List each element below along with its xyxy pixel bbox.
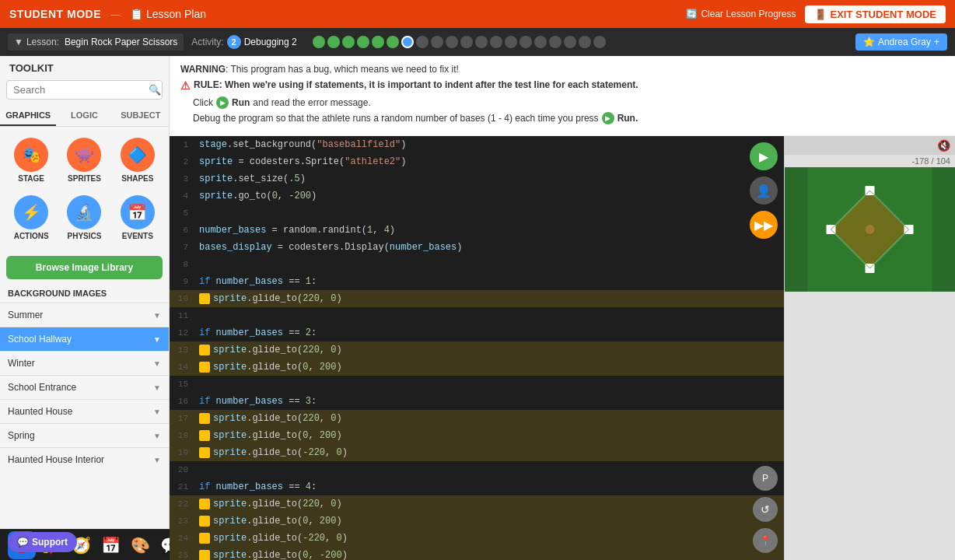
user-icon: ⭐ — [863, 37, 875, 47]
code-line-3: 3 sprite.set_size(.5) — [170, 170, 784, 187]
user-chevron: + — [934, 37, 939, 47]
indent-marker — [199, 499, 210, 509]
progress-dot-18 — [564, 36, 576, 48]
clear-icon: 🔄 — [686, 9, 698, 19]
run-button[interactable]: ▶ — [750, 142, 778, 170]
instructions-panel: WARNING: This program has a bug, which m… — [170, 56, 955, 136]
progress-dot-20 — [593, 36, 606, 48]
indent-marker — [199, 293, 210, 304]
code-line-18: 18 sprite.glide_to(0, 200) — [170, 427, 784, 444]
physics-icon: 🔬 — [67, 195, 101, 229]
toolkit-physics[interactable]: 🔬 PHYSICS — [59, 191, 109, 245]
pin-button[interactable]: 📍 — [753, 528, 778, 553]
code-line-13: 13 sprite.glide_to(220, 0) — [170, 341, 784, 359]
sidebar: TOOLKIT 🔍 GRAPHICS LOGIC SUBJECT 🎭 STAGE… — [0, 56, 170, 529]
stage-label: STAGE — [18, 174, 44, 183]
bg-item-haunted-house[interactable]: Haunted House▼ — [0, 399, 169, 423]
search-bar[interactable]: 🔍 — [6, 80, 163, 100]
indent-marker — [199, 362, 210, 373]
events-label: EVENTS — [122, 232, 153, 240]
toolkit-header: TOOLKIT — [0, 56, 169, 80]
dock-calendar[interactable]: 📅 — [96, 531, 124, 559]
progress-dot-14 — [505, 36, 517, 48]
search-icon[interactable]: 🔍 — [149, 84, 161, 96]
top-bar-sep: — — [110, 9, 121, 20]
rule-text: ⚠ RULE: When we're using if statements, … — [180, 79, 944, 92]
progress-dot-10 — [446, 36, 458, 48]
clear-progress-button[interactable]: 🔄 Clear Lesson Progress — [686, 9, 796, 19]
tab-logic[interactable]: LOGIC — [56, 106, 112, 126]
code-line-11: 11 — [170, 307, 784, 324]
bg-item-haunted-interior[interactable]: Haunted House Interior▼ — [0, 447, 169, 471]
indent-marker — [199, 533, 210, 544]
sprites-label: SPRITES — [68, 174, 101, 183]
progress-dot-6 — [387, 36, 399, 48]
tab-graphics[interactable]: GRAPHICS — [0, 106, 56, 126]
bullet-2: Debug the program so that the athlete ru… — [193, 112, 944, 124]
preview-canvas — [785, 167, 955, 292]
stage-icon: 🎭 — [14, 138, 48, 172]
progress-dot-5 — [372, 36, 384, 48]
activity-info: Activity: 2 Debugging 2 — [191, 35, 296, 49]
code-line-19: 19 sprite.glide_to(-220, 0) — [170, 444, 784, 461]
toolkit-actions[interactable]: ⚡ ACTIONS — [6, 191, 56, 245]
tab-subject[interactable]: SUBJECT — [113, 106, 169, 126]
forward-button[interactable]: ▶▶ — [750, 211, 778, 239]
code-line-12: 12 if number_bases == 2: — [170, 324, 784, 341]
code-line-22: 22 sprite.glide_to(220, 0) — [170, 495, 784, 513]
progress-dot-16 — [534, 36, 547, 48]
indent-marker — [199, 516, 210, 527]
bg-item-school-entrance[interactable]: School Entrance▼ — [0, 375, 169, 399]
chevron-icon: ▼ — [153, 432, 161, 440]
run-badge-2: ▶ — [602, 112, 614, 124]
warning-text: WARNING: This program has a bug, which m… — [180, 64, 944, 75]
p-button[interactable]: P — [753, 466, 778, 491]
toolkit-stage[interactable]: 🎭 STAGE — [6, 133, 56, 187]
bg-item-summer[interactable]: Summer▼ — [0, 303, 169, 327]
lesson-plan-text: Lesson Plan — [146, 8, 206, 20]
search-input[interactable] — [13, 84, 144, 96]
background-images-header: BACKGROUND IMAGES — [0, 284, 169, 303]
actions-icon: ⚡ — [14, 195, 48, 229]
volume-icon[interactable]: 🔇 — [937, 139, 950, 152]
code-line-20: 20 — [170, 461, 784, 478]
bg-item-school-hallway[interactable]: School Hallway▼ — [0, 327, 169, 351]
top-bar: STUDENT MODE — 📋 Lesson Plan 🔄 Clear Les… — [0, 0, 955, 28]
code-line-25: 25 sprite.glide_to(0, -200) — [170, 547, 784, 560]
progress-dot-13 — [490, 36, 502, 48]
browse-image-library-button[interactable]: Browse Image Library — [6, 256, 163, 279]
lesson-plan-link[interactable]: 📋 Lesson Plan — [130, 8, 206, 20]
bg-item-winter[interactable]: Winter▼ — [0, 351, 169, 375]
refresh-button[interactable]: ↺ — [753, 497, 778, 522]
indent-marker — [199, 413, 210, 424]
breadcrumb-bar: ▼ Lesson: Begin Rock Paper Scissors Acti… — [0, 28, 955, 56]
bg-item-spring[interactable]: Spring▼ — [0, 423, 169, 447]
indent-marker — [199, 345, 210, 355]
person-button[interactable]: 👤 — [750, 177, 778, 205]
toolkit-icons: 🎭 STAGE 👾 SPRITES 🔷 SHAPES ⚡ ACTIONS 🔬 P… — [0, 127, 169, 251]
indent-marker — [199, 550, 210, 560]
toolkit-sprites[interactable]: 👾 SPRITES — [59, 133, 109, 187]
physics-label: PHYSICS — [68, 232, 102, 240]
progress-dot-3 — [342, 36, 355, 48]
code-lines: 1 stage.set_background("baseballfield") … — [170, 136, 784, 560]
toolkit-events[interactable]: 📅 EVENTS — [113, 191, 163, 245]
dock-photos[interactable]: 🎨 — [126, 531, 154, 559]
user-button[interactable]: ⭐ Andrea Gray + — [855, 33, 947, 51]
toolkit-shapes[interactable]: 🔷 SHAPES — [113, 133, 163, 187]
code-line-7: 7 bases_display = codesters.Display(numb… — [170, 239, 784, 256]
progress-dot-9 — [431, 36, 443, 48]
activity-badge: 2 — [227, 35, 241, 49]
lesson-dropdown[interactable]: ▼ Lesson: Begin Rock Paper Scissors — [8, 33, 184, 51]
baseball-field-svg — [785, 167, 955, 292]
bullet-1: Click ▶ Run and read the error message. — [193, 96, 944, 109]
code-line-23: 23 sprite.glide_to(0, 200) — [170, 513, 784, 530]
svg-point-7 — [866, 225, 875, 234]
code-editor[interactable]: ▶ 👤 ▶▶ 1 stage.set_background("baseballf… — [170, 136, 784, 560]
code-line-24: 24 sprite.glide_to(-220, 0) — [170, 530, 784, 547]
chevron-icon: ▼ — [153, 359, 161, 368]
support-button[interactable]: 💬 Support — [8, 532, 77, 552]
exit-icon: 🚪 — [814, 9, 827, 20]
progress-dot-19 — [579, 36, 591, 48]
exit-student-mode-button[interactable]: 🚪 EXIT STUDENT MODE — [805, 5, 946, 23]
